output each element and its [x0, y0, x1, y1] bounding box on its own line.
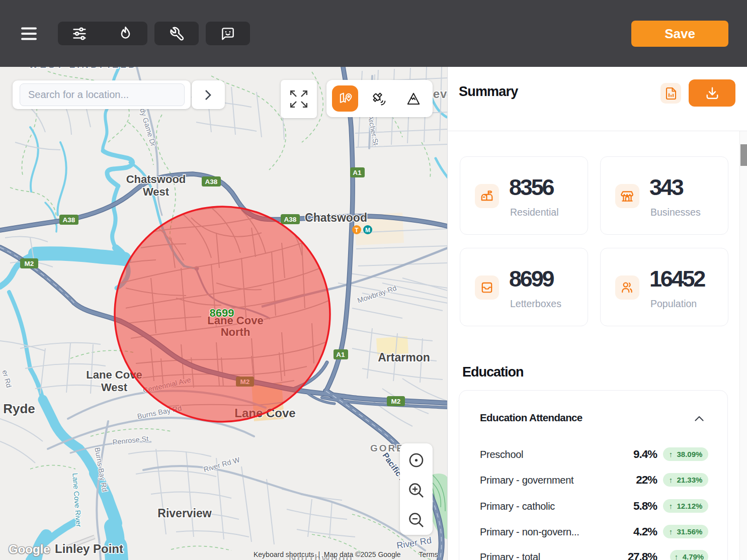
svg-text:M2: M2: [391, 398, 401, 405]
svg-text:Linley Point: Linley Point: [55, 542, 123, 555]
svg-text:T: T: [355, 227, 359, 234]
svg-text:Artarmon: Artarmon: [378, 351, 430, 364]
svg-text:ev: ev: [433, 87, 448, 101]
svg-text:A38: A38: [205, 178, 218, 185]
svg-text:A38: A38: [284, 216, 297, 223]
svg-text:WEST LINDFIELD: WEST LINDFIELD: [29, 67, 137, 70]
svg-text:8699: 8699: [210, 307, 234, 319]
svg-text:Riverview: Riverview: [157, 507, 212, 520]
svg-text:West: West: [101, 381, 128, 394]
svg-text:M: M: [365, 227, 370, 234]
svg-text:M2: M2: [25, 260, 34, 267]
svg-text:Ryde: Ryde: [3, 401, 35, 416]
svg-text:A1: A1: [353, 169, 362, 176]
svg-text:Chatswood: Chatswood: [305, 211, 367, 224]
svg-text:A1: A1: [336, 351, 345, 358]
svg-text:West: West: [143, 185, 170, 198]
svg-text:Chatswood: Chatswood: [126, 173, 186, 185]
svg-text:A38: A38: [63, 216, 75, 224]
